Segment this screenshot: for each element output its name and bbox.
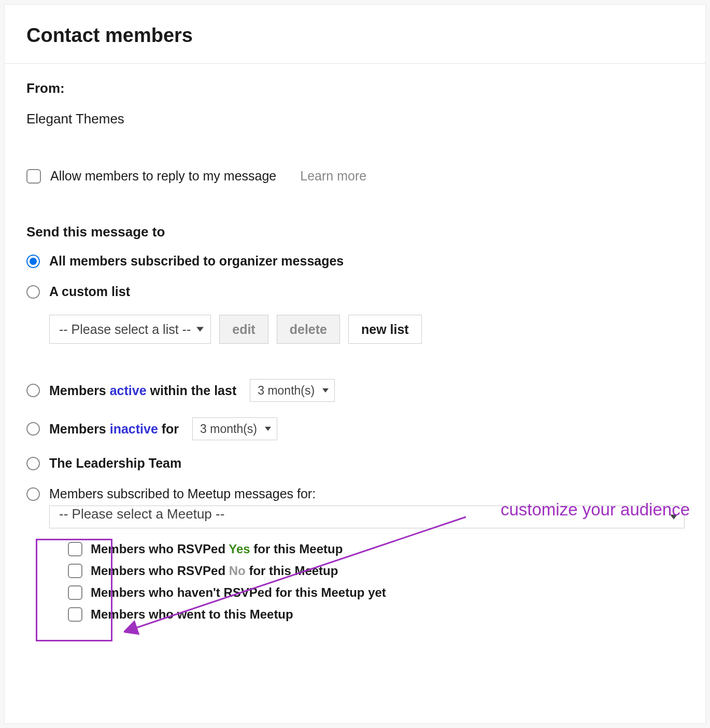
rsvp-no-label: Members who RSVPed No for this Meetup <box>91 564 338 578</box>
edit-button[interactable]: edit <box>219 315 268 344</box>
list-select[interactable]: -- Please select a list -- <box>49 315 211 344</box>
active-suffix: within the last <box>147 383 237 398</box>
delete-button[interactable]: delete <box>277 315 340 344</box>
active-time-select-wrap: 3 month(s) <box>250 379 335 402</box>
inactive-link[interactable]: inactive <box>110 422 158 436</box>
rsvp-no-suffix: for this Meetup <box>246 564 338 578</box>
allow-reply-label: Allow members to reply to my message <box>50 169 276 184</box>
radio-all-subscribed[interactable] <box>26 255 40 268</box>
rsvp-went-row: Members who went to this Meetup <box>68 607 705 622</box>
radio-inactive-row: Members inactive for 3 month(s) <box>26 417 705 440</box>
inactive-prefix: Members <box>49 422 110 436</box>
radio-leadership-row: The Leadership Team <box>26 456 705 471</box>
active-prefix: Members <box>49 383 110 398</box>
contact-members-panel: Contact members From: Elegant Themes All… <box>4 4 706 724</box>
new-list-button[interactable]: new list <box>348 315 422 344</box>
list-controls: -- Please select a list -- edit delete n… <box>49 315 705 344</box>
radio-all-subscribed-label: All members subscribed to organizer mess… <box>49 254 344 269</box>
rsvp-notyet-label: Members who haven't RSVPed for this Meet… <box>91 585 386 600</box>
radio-leadership-label: The Leadership Team <box>49 456 181 471</box>
rsvp-yes-label: Members who RSVPed Yes for this Meetup <box>91 542 343 556</box>
inactive-time-select[interactable]: 3 month(s) <box>192 417 277 440</box>
annotation-text: customize your audience <box>501 500 690 520</box>
radio-leadership[interactable] <box>26 457 40 470</box>
from-label: From: <box>26 80 705 96</box>
rsvp-options: Members who RSVPed Yes for this Meetup M… <box>68 542 705 622</box>
radio-custom-list[interactable] <box>26 285 40 299</box>
radio-active-row: Members active within the last 3 month(s… <box>26 379 705 402</box>
radio-active-label: Members active within the last <box>49 383 236 398</box>
page-title: Contact members <box>5 24 705 63</box>
radio-inactive[interactable] <box>26 422 40 436</box>
radio-active[interactable] <box>26 384 40 397</box>
rsvp-yes-highlight: Yes <box>229 542 250 556</box>
allow-reply-row: Allow members to reply to my message Lea… <box>26 169 705 184</box>
inactive-suffix: for <box>158 422 179 436</box>
active-link[interactable]: active <box>110 383 147 398</box>
active-time-select[interactable]: 3 month(s) <box>250 379 335 402</box>
from-value: Elegant Themes <box>26 111 705 127</box>
annotation-highlight-box <box>36 539 112 641</box>
learn-more-link[interactable]: Learn more <box>300 169 366 184</box>
rsvp-no-row: Members who RSVPed No for this Meetup <box>68 564 705 578</box>
radio-custom-list-label: A custom list <box>49 284 130 299</box>
content-area: From: Elegant Themes Allow members to re… <box>5 64 705 622</box>
rsvp-notyet-row: Members who haven't RSVPed for this Meet… <box>68 585 705 600</box>
radio-meetup-row: Members subscribed to Meetup messages fo… <box>26 486 705 501</box>
radio-meetup-label: Members subscribed to Meetup messages fo… <box>49 486 316 501</box>
list-select-wrap: -- Please select a list -- <box>49 315 211 344</box>
radio-all-subscribed-row: All members subscribed to organizer mess… <box>26 254 705 269</box>
radio-meetup[interactable] <box>26 487 40 501</box>
inactive-time-select-wrap: 3 month(s) <box>192 417 277 440</box>
rsvp-went-label: Members who went to this Meetup <box>91 607 293 622</box>
rsvp-yes-row: Members who RSVPed Yes for this Meetup <box>68 542 705 556</box>
send-to-label: Send this message to <box>26 224 705 240</box>
rsvp-no-highlight: No <box>229 564 246 578</box>
radio-inactive-label: Members inactive for <box>49 422 179 437</box>
radio-custom-list-row: A custom list <box>26 284 705 299</box>
rsvp-yes-suffix: for this Meetup <box>250 542 343 556</box>
allow-reply-checkbox[interactable] <box>26 169 41 184</box>
